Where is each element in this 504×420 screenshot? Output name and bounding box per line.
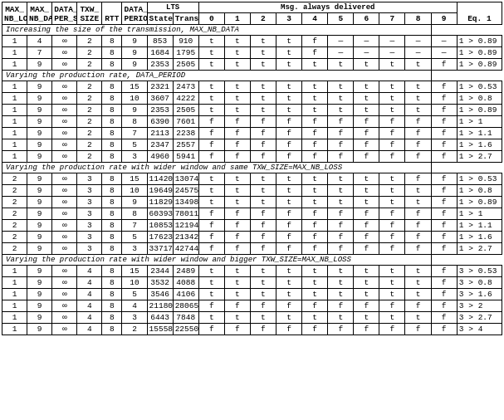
header-max-nb-loss: MAX_NB_LOSS <box>2 2 27 25</box>
cell-lts-1: t <box>224 105 250 116</box>
cell-lts-7: t <box>379 173 405 185</box>
table-row: 29∞3886039378011ffffffffff1 > 1 <box>2 208 502 220</box>
cell-lts-5: f <box>328 232 354 243</box>
cell-max-nb-loss: 1 <box>2 93 27 105</box>
cell-lts-2: t <box>250 36 276 47</box>
cell-txw-size: 3 <box>77 220 102 232</box>
cell-trans: 4088 <box>173 277 198 289</box>
cell-lts-4: f <box>302 300 328 312</box>
cell-max-nb-data: 9 <box>27 324 52 335</box>
cell-max-nb-loss: 1 <box>2 151 27 163</box>
cell-lts-9: f <box>431 105 457 116</box>
table-row: 19∞48364437848tttttttttf3 > 2.7 <box>2 312 502 324</box>
table-body: Increasing the size of the transmission,… <box>2 25 502 335</box>
cell-trans: 21342 <box>173 232 198 243</box>
cell-lts-3: t <box>276 59 302 71</box>
cell-lts-0: t <box>198 36 224 47</box>
cell-lts-3: t <box>276 197 302 208</box>
cell-lts-6: f <box>354 243 379 255</box>
cell-max-nb-loss: 2 <box>2 220 27 232</box>
header-lts-4: 4 <box>302 13 328 25</box>
cell-lts-1: t <box>224 47 250 59</box>
cell-eq: 1 > 0.89 <box>457 36 502 47</box>
cell-max-nb-data: 9 <box>27 173 52 185</box>
cell-lts-8: t <box>405 81 431 93</box>
cell-lts-2: f <box>250 300 276 312</box>
cell-states: 33717 <box>147 243 173 255</box>
cell-lts-0: t <box>198 277 224 289</box>
cell-trans: 42744 <box>173 243 198 255</box>
cell-lts-1: f <box>224 232 250 243</box>
cell-lts-2: t <box>250 197 276 208</box>
cell-lts-6: f <box>354 208 379 220</box>
cell-rtt: 8 <box>102 232 122 243</box>
cell-lts-3: t <box>276 266 302 277</box>
table-row: 17∞28916841795ttttf—————1 > 0.89 <box>2 47 502 59</box>
cell-rtt: 8 <box>102 116 122 128</box>
cell-eq: 1 > 0.89 <box>457 47 502 59</box>
cell-lts-2: t <box>250 289 276 300</box>
cell-data-per-spm: ∞ <box>52 116 77 128</box>
cell-data-period: 8 <box>122 208 147 220</box>
cell-max-nb-data: 9 <box>27 151 52 163</box>
cell-txw-size: 4 <box>77 324 102 335</box>
cell-lts-0: f <box>198 128 224 139</box>
cell-data-period: 9 <box>122 197 147 208</box>
cell-data-period: 9 <box>122 105 147 116</box>
cell-data-per-spm: ∞ <box>52 93 77 105</box>
cell-lts-6: t <box>354 197 379 208</box>
cell-lts-6: t <box>354 185 379 197</box>
cell-lts-4: f <box>302 151 328 163</box>
cell-lts-7: — <box>379 47 405 59</box>
cell-max-nb-loss: 1 <box>2 105 27 116</box>
cell-eq: 3 > 1.6 <box>457 289 502 300</box>
cell-lts-4: t <box>302 277 328 289</box>
table-row: 19∞28863907601ffffffffff1 > 1 <box>2 116 502 128</box>
cell-lts-2: f <box>250 128 276 139</box>
cell-lts-2: t <box>250 93 276 105</box>
cell-max-nb-data: 9 <box>27 220 52 232</box>
cell-max-nb-data: 9 <box>27 81 52 93</box>
cell-trans: 78011 <box>173 208 198 220</box>
table-row: 19∞281523212473tttttttttf1 > 0.53 <box>2 81 502 93</box>
cell-states: 3546 <box>147 289 173 300</box>
cell-eq: 3 > 2.7 <box>457 312 502 324</box>
cell-max-nb-data: 9 <box>27 266 52 277</box>
header-lts-6: 6 <box>354 13 379 25</box>
cell-lts-1: f <box>224 243 250 255</box>
cell-lts-9: f <box>431 59 457 71</box>
cell-lts-9: f <box>431 128 457 139</box>
cell-lts-7: t <box>379 81 405 93</box>
cell-lts-1: f <box>224 300 250 312</box>
cell-lts-9: f <box>431 197 457 208</box>
cell-lts-0: t <box>198 81 224 93</box>
cell-data-period: 5 <box>122 139 147 151</box>
cell-lts-5: — <box>328 47 354 59</box>
table-row: 29∞3871085312194ffffffffff1 > 1.1 <box>2 220 502 232</box>
cell-rtt: 8 <box>102 105 122 116</box>
cell-txw-size: 4 <box>77 300 102 312</box>
cell-eq: 1 > 0.8 <box>457 185 502 197</box>
cell-states: 11420 <box>147 173 173 185</box>
cell-lts-3: f <box>276 151 302 163</box>
table-row: 19∞28721132238ffffffffff1 > 1.1 <box>2 128 502 139</box>
cell-states: 2321 <box>147 81 173 93</box>
cell-lts-1: f <box>224 116 250 128</box>
cell-states: 2347 <box>147 139 173 151</box>
cell-max-nb-data: 9 <box>27 139 52 151</box>
cell-lts-7: f <box>379 139 405 151</box>
cell-data-period: 5 <box>122 232 147 243</box>
cell-txw-size: 2 <box>77 59 102 71</box>
cell-max-nb-loss: 1 <box>2 266 27 277</box>
cell-max-nb-loss: 1 <box>2 128 27 139</box>
cell-lts-4: t <box>302 59 328 71</box>
cell-data-period: 5 <box>122 289 147 300</box>
cell-lts-9: f <box>431 289 457 300</box>
cell-lts-8: t <box>405 93 431 105</box>
table-row: 29∞3891182913498tttttttttf1 > 0.89 <box>2 197 502 208</box>
cell-trans: 2473 <box>173 81 198 93</box>
cell-lts-4: t <box>302 81 328 93</box>
cell-lts-4: f <box>302 139 328 151</box>
cell-data-period: 8 <box>122 116 147 128</box>
cell-lts-4: f <box>302 47 328 59</box>
